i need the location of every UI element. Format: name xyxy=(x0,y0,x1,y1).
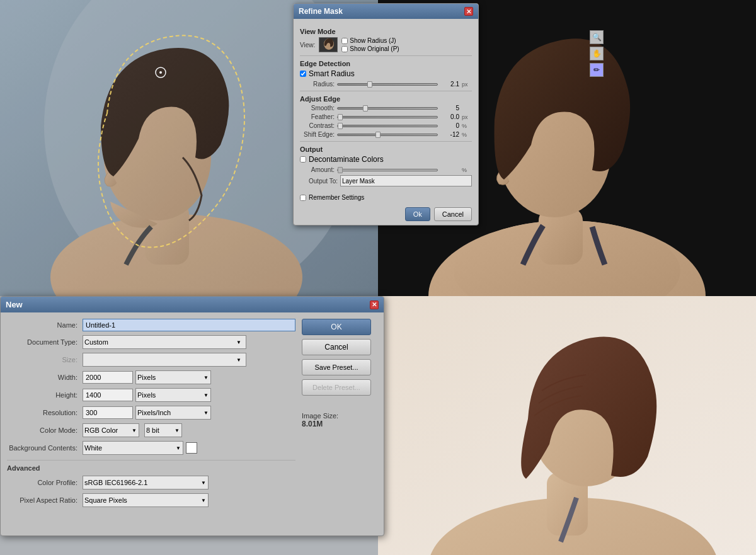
pixel-aspect-row: Pixel Aspect Ratio: Square Pixels ▼ xyxy=(7,493,295,507)
new-dialog-cancel-button[interactable]: Cancel xyxy=(302,339,371,355)
document-type-row: Document Type: Custom ▼ xyxy=(7,335,295,349)
view-mode-section-label: View Mode xyxy=(300,28,472,35)
size-select[interactable] xyxy=(83,353,246,367)
smooth-slider-thumb[interactable] xyxy=(363,105,368,112)
brush-tool[interactable]: ✏ xyxy=(590,63,604,77)
tool-icons-panel: 🔍 ✋ ✏ xyxy=(590,30,604,77)
document-type-label: Document Type: xyxy=(7,338,83,346)
adjust-edge-label: Adjust Edge xyxy=(300,95,472,103)
shift-edge-slider-track[interactable] xyxy=(337,134,438,136)
resolution-row: Resolution: Pixels/Inch ▼ xyxy=(7,406,295,420)
output-to-label: Output To: xyxy=(300,178,338,185)
new-document-dialog: New ✕ Name: Document Type: Custom ▼ xyxy=(0,296,384,536)
pixel-aspect-label: Pixel Aspect Ratio: xyxy=(7,496,83,504)
refine-mask-dialog: Refine Mask ✕ 🔍 ✋ ✏ View Mode View: xyxy=(293,3,479,226)
remember-settings-row: Remember Settings xyxy=(294,194,478,203)
bg-contents-row: Background Contents: White ▼ xyxy=(7,441,295,455)
refine-mask-titlebar: Refine Mask ✕ xyxy=(294,4,478,19)
feather-slider-thumb[interactable] xyxy=(338,114,343,120)
feather-unit: px xyxy=(462,114,472,120)
color-mode-select[interactable]: RGB Color xyxy=(83,423,139,437)
smooth-slider-track[interactable] xyxy=(337,107,438,110)
feather-label: Feather: xyxy=(300,113,335,120)
hand-tool[interactable]: ✋ xyxy=(590,47,604,60)
smart-radius-checkbox[interactable] xyxy=(300,71,306,77)
view-mode-row: View: Show Radius (J) Show Original (P) xyxy=(300,37,472,52)
output-to-select[interactable]: Layer Mask xyxy=(340,175,472,186)
advanced-section: Advanced Color Profile: sRGB IEC61966-2.… xyxy=(7,460,295,507)
white-color-swatch[interactable] xyxy=(186,442,197,454)
contrast-slider-track[interactable] xyxy=(337,125,438,127)
save-preset-button[interactable]: Save Preset... xyxy=(302,359,371,375)
size-label: Size: xyxy=(7,356,83,363)
radius-label: Radius: xyxy=(300,81,335,88)
new-dialog-titlebar: New ✕ xyxy=(1,297,384,312)
output-section-label: Output xyxy=(300,146,472,153)
show-radius-checkbox[interactable] xyxy=(341,38,348,44)
smooth-label: Smooth: xyxy=(300,105,335,112)
new-dialog-right-panel: OK Cancel Save Preset... Delete Preset..… xyxy=(302,319,377,511)
new-dialog-close-button[interactable]: ✕ xyxy=(370,300,379,309)
radius-slider-thumb[interactable] xyxy=(367,81,372,88)
document-type-select[interactable]: Custom xyxy=(83,335,246,349)
color-profile-select[interactable]: sRGB IEC61966-2.1 xyxy=(83,476,209,489)
show-original-label: Show Original (P) xyxy=(350,45,399,52)
shift-edge-label: Shift Edge: xyxy=(300,131,335,138)
photo-q4 xyxy=(378,296,756,555)
view-thumbnail[interactable] xyxy=(319,37,338,52)
show-original-checkbox[interactable] xyxy=(341,46,348,52)
decontaminate-label: Decontaminate Colors xyxy=(309,155,384,164)
size-row: Size: ▼ xyxy=(7,353,295,367)
color-mode-row: Color Mode: RGB Color ▼ 8 bit ▼ xyxy=(7,423,295,437)
amount-label: Amount: xyxy=(300,166,335,173)
resolution-input[interactable] xyxy=(83,406,133,419)
width-unit-select[interactable]: Pixels xyxy=(135,370,211,384)
new-dialog-body: Name: Document Type: Custom ▼ Size: xyxy=(1,312,384,517)
color-profile-label: Color Profile: xyxy=(7,479,83,486)
resolution-label: Resolution: xyxy=(7,409,83,416)
width-input[interactable] xyxy=(83,371,133,384)
image-size-value: 8.01M xyxy=(302,420,377,428)
contrast-label: Contrast: xyxy=(300,122,335,129)
svg-point-6 xyxy=(159,71,162,74)
remember-settings-label: Remember Settings xyxy=(309,194,364,201)
brush-icon: ✏ xyxy=(593,66,600,74)
hand-icon: ✋ xyxy=(592,49,602,58)
contrast-unit: % xyxy=(462,123,472,129)
feather-value: 0.0 xyxy=(440,113,459,120)
delete-preset-button[interactable]: Delete Preset... xyxy=(302,379,371,396)
decontaminate-checkbox[interactable] xyxy=(300,156,306,163)
bg-contents-select[interactable]: White xyxy=(83,441,183,455)
smooth-slider-row: Smooth: 5 xyxy=(300,105,472,112)
show-radius-row: Show Radius (J) xyxy=(341,37,399,44)
smooth-value: 5 xyxy=(440,105,459,112)
shift-edge-slider-row: Shift Edge: -12 % xyxy=(300,131,472,138)
contrast-slider-row: Contrast: 0 % xyxy=(300,122,472,129)
remember-settings-checkbox[interactable] xyxy=(300,195,306,201)
new-dialog-ok-button[interactable]: OK xyxy=(302,319,371,335)
new-dialog-form: Name: Document Type: Custom ▼ Size: xyxy=(7,319,295,511)
show-radius-label: Show Radius (J) xyxy=(350,37,396,44)
shift-edge-unit: % xyxy=(462,132,472,138)
advanced-section-title: Advanced xyxy=(7,464,295,472)
pixel-aspect-select[interactable]: Square Pixels xyxy=(83,493,209,507)
refine-mask-ok-button[interactable]: Ok xyxy=(405,207,430,221)
name-input[interactable] xyxy=(83,319,295,331)
feather-slider-track[interactable] xyxy=(337,116,438,118)
height-input[interactable] xyxy=(83,389,133,401)
refine-mask-cancel-button[interactable]: Cancel xyxy=(434,207,472,221)
contrast-slider-thumb[interactable] xyxy=(338,123,343,129)
radius-slider-track[interactable] xyxy=(337,83,438,86)
resolution-unit-select[interactable]: Pixels/Inch xyxy=(135,406,211,420)
radius-slider-row: Radius: 2.1 px xyxy=(300,81,472,88)
bit-depth-select[interactable]: 8 bit xyxy=(144,423,182,437)
name-label: Name: xyxy=(7,321,83,329)
separator-1 xyxy=(300,55,472,56)
height-unit-select[interactable]: Pixels xyxy=(135,388,211,402)
zoom-tool[interactable]: 🔍 xyxy=(590,30,604,44)
height-row: Height: Pixels ▼ xyxy=(7,388,295,402)
refine-mask-close-button[interactable]: ✕ xyxy=(464,7,473,16)
shift-edge-slider-thumb[interactable] xyxy=(375,132,381,138)
separator-2 xyxy=(300,91,472,91)
image-size-display: Image Size: 8.01M xyxy=(302,412,377,428)
